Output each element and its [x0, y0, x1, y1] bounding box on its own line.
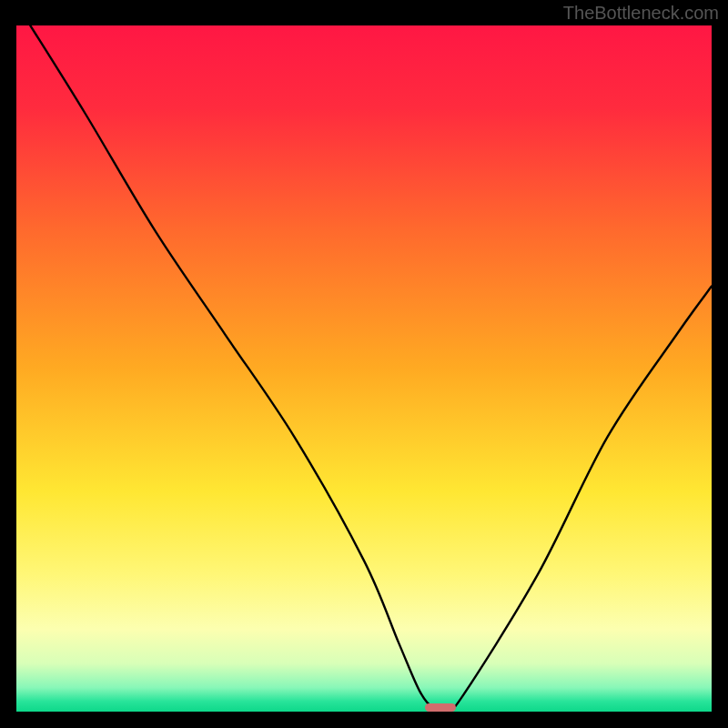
bottleneck-curve-path: [30, 25, 712, 711]
plot-area: [16, 25, 712, 712]
watermark-text: TheBottleneck.com: [563, 3, 719, 24]
optimal-marker: [425, 703, 456, 712]
curve-svg: [16, 25, 712, 712]
chart-container: TheBottleneck.com: [0, 0, 728, 728]
